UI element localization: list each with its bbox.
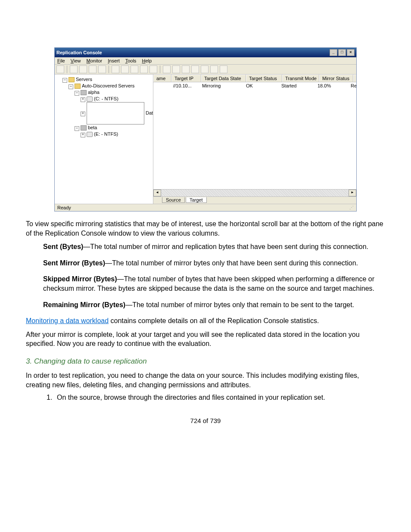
paragraph: Monitoring a data workload contains comp…	[26, 316, 385, 326]
folder-icon	[68, 77, 75, 82]
list-body: //10.10... Mirroring OK Started 18.0% Re…	[153, 82, 356, 189]
definition: —The total number of mirror bytes only t…	[105, 259, 358, 267]
toolbar-icon[interactable]	[191, 65, 199, 73]
tab-source[interactable]: Source	[162, 197, 185, 203]
toolbar-icon[interactable]	[140, 65, 148, 73]
monitoring-link[interactable]: Monitoring a data workload	[26, 317, 109, 324]
definition: —The total number of mirror bytes only t…	[125, 301, 354, 308]
tree-node-alpha[interactable]: −alpha +(C: - NTFS) +DataFiles	[75, 89, 151, 124]
toolbar-icon[interactable]	[98, 65, 106, 73]
cell-name	[153, 82, 171, 89]
cell-target-ip: //10.10...	[171, 82, 199, 89]
term: Skipped Mirror (Bytes)	[43, 275, 117, 283]
column-transmit-mode[interactable]: Transmit Mode	[282, 75, 319, 82]
toolbar-icon[interactable]	[220, 65, 227, 73]
tab-target[interactable]: Target	[186, 197, 207, 203]
column-target-data-state[interactable]: Target Data State	[201, 75, 246, 82]
page-icon	[87, 102, 144, 124]
column-target-status[interactable]: Target Status	[246, 75, 282, 82]
toolbar-icon[interactable]	[89, 65, 97, 73]
horizontal-scrollbar[interactable]: ◄ ►	[153, 189, 356, 196]
menu-insert[interactable]: Insert	[108, 58, 120, 63]
resize-grip-icon[interactable]: ⋰	[349, 205, 354, 210]
status-text: Ready	[57, 205, 71, 210]
window-titlebar: Replication Console _ □ ×	[55, 48, 356, 57]
window-controls: _ □ ×	[330, 49, 355, 56]
definition-item: Skipped Mirror (Bytes)—The total number …	[43, 274, 385, 293]
list-text: On the source, browse through the direct…	[57, 394, 385, 401]
toolbar-icon[interactable]	[70, 65, 78, 73]
scroll-left-button[interactable]: ◄	[153, 190, 161, 196]
term: Remaining Mirror (Bytes)	[43, 301, 125, 308]
menu-monitor[interactable]: Monitor	[87, 58, 103, 63]
menu-file[interactable]: File	[57, 58, 65, 63]
menu-tools[interactable]: Tools	[125, 58, 137, 63]
term: Sent Mirror (Bytes)	[43, 259, 105, 267]
column-replication[interactable]: Replication	[353, 75, 356, 82]
toolbar-icon[interactable]	[201, 65, 209, 73]
tree-node-auto-discovered[interactable]: −Auto-Discovered Servers −alpha +(C: - N…	[68, 83, 151, 137]
toolbar-icon[interactable]	[149, 65, 157, 73]
toolbar-icon[interactable]	[79, 65, 87, 73]
toolbar-icon[interactable]	[56, 65, 64, 73]
definition-item: Sent Mirror (Bytes)—The total number of …	[43, 258, 385, 268]
list-number: 1.	[47, 394, 57, 401]
expand-icon[interactable]: +	[81, 112, 85, 116]
section-heading: 3. Changing data to cause replication	[26, 357, 385, 366]
expand-icon[interactable]: +	[81, 97, 85, 102]
menu-view[interactable]: View	[71, 58, 81, 63]
cell-target-status: OK	[243, 82, 279, 89]
collapse-icon[interactable]: −	[75, 91, 79, 96]
paragraph: After your mirror is complete, look at y…	[26, 330, 385, 348]
toolbar-icon[interactable]	[163, 65, 171, 73]
scroll-track[interactable]	[161, 190, 349, 196]
paragraph-text: contains complete details on all of the …	[109, 317, 319, 324]
definition: —The total number of mirror and replicat…	[83, 243, 368, 250]
menu-help[interactable]: Help	[142, 58, 152, 63]
window-title: Replication Console	[56, 50, 102, 55]
minimize-button[interactable]: _	[330, 49, 337, 56]
toolbar-icon[interactable]	[210, 65, 218, 73]
collapse-icon[interactable]: −	[75, 126, 79, 131]
disk-icon	[87, 132, 93, 137]
list-item: 1. On the source, browse through the dir…	[47, 394, 385, 401]
cell-replication: Ready	[348, 82, 356, 89]
scroll-right-button[interactable]: ►	[349, 190, 356, 196]
server-icon	[81, 90, 87, 95]
bottom-tabs: Source Target	[153, 196, 356, 204]
document-body: To view specific mirroring statistics th…	[26, 219, 385, 424]
toolbar-icon[interactable]	[182, 65, 190, 73]
toolbar-icon[interactable]	[112, 65, 119, 73]
cell-transmit-mode: Started	[279, 82, 315, 89]
status-bar: Ready ⋰	[55, 204, 356, 211]
close-button[interactable]: ×	[347, 49, 355, 56]
list-row[interactable]: //10.10... Mirroring OK Started 18.0% Re…	[153, 82, 356, 89]
expand-icon[interactable]: +	[81, 133, 85, 137]
collapse-icon[interactable]: −	[68, 84, 73, 89]
definition-item: Sent (Bytes)—The total number of mirror …	[43, 242, 385, 252]
toolbar-icon[interactable]	[172, 65, 180, 73]
column-mirror-status[interactable]: Mirror Status	[319, 75, 353, 82]
toolbar-icon[interactable]	[131, 65, 138, 73]
cell-mirror-status: 18.0%	[315, 82, 348, 89]
tree-node-alpha-datafiles[interactable]: +DataFiles	[81, 102, 151, 124]
tree-node-alpha-c[interactable]: +(C: - NTFS)	[81, 96, 151, 102]
tree-node-servers[interactable]: −Servers −Auto-Discovered Servers −alpha…	[62, 76, 151, 137]
replication-console-window: Replication Console _ □ × File View Moni…	[54, 47, 357, 212]
ordered-list: 1. On the source, browse through the dir…	[26, 394, 385, 401]
column-target-ip[interactable]: Target IP	[171, 75, 201, 82]
toolbar-icon[interactable]	[121, 65, 129, 73]
server-tree-pane: −Servers −Auto-Discovered Servers −alpha…	[55, 75, 153, 204]
definitions-list: Sent (Bytes)—The total number of mirror …	[26, 242, 385, 309]
folder-icon	[75, 84, 81, 89]
column-name[interactable]: ame	[153, 75, 171, 82]
list-header: ame Target IP Target Data State Target S…	[153, 75, 356, 82]
tree-node-beta[interactable]: −beta +(E: - NTFS)	[75, 124, 151, 137]
paragraph: In order to test replication, you need t…	[26, 371, 385, 389]
tree-node-beta-e[interactable]: +(E: - NTFS)	[81, 131, 151, 137]
server-icon	[81, 125, 87, 131]
menu-bar: File View Monitor Insert Tools Help	[55, 57, 356, 65]
term: Sent (Bytes)	[43, 243, 83, 250]
maximize-button[interactable]: □	[338, 49, 346, 56]
collapse-icon[interactable]: −	[62, 78, 67, 83]
